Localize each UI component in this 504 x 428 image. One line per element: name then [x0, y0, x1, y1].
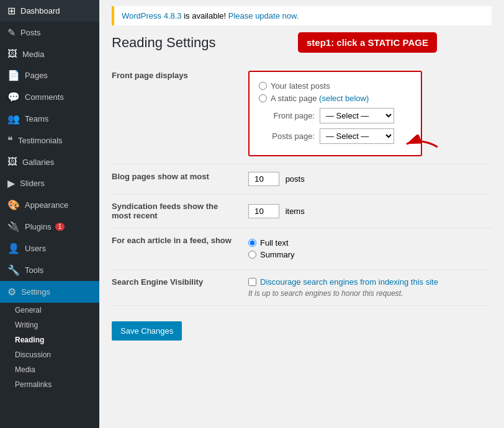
step1-callout: step1: click a STATIC PAGE: [298, 32, 437, 53]
users-icon: 👤: [7, 243, 20, 254]
syndication-input[interactable]: 10: [248, 204, 279, 218]
sidebar-item-plugins[interactable]: 🔌 Plugins 1: [0, 216, 99, 238]
sidebar-item-pages[interactable]: 📄 Pages: [0, 65, 99, 86]
reading-settings-content: Reading Settings Front page displays ste…: [99, 25, 504, 350]
update-link[interactable]: Please update now.: [228, 11, 299, 20]
media-icon: 🖼: [7, 48, 17, 60]
sidebar-item-appearance[interactable]: 🎨 Appearance: [0, 194, 99, 216]
latest-posts-radio[interactable]: [259, 82, 267, 90]
sidebar-item-testimonials[interactable]: ❝ Testimonials: [0, 130, 99, 151]
blog-pages-suffix: posts: [286, 174, 305, 184]
latest-posts-label: Your latest posts: [271, 81, 330, 91]
blog-pages-input[interactable]: 10: [248, 172, 279, 186]
search-engine-check-label: Discourage search engines from indexing …: [260, 277, 438, 287]
sidebar-subitem-permalinks[interactable]: Permalinks: [0, 377, 99, 392]
appearance-icon: 🎨: [7, 199, 20, 211]
comments-icon: 💬: [7, 91, 20, 103]
save-changes-button[interactable]: Save Changes: [112, 321, 182, 341]
sliders-icon: ▶: [7, 177, 15, 189]
blog-pages-label: Blog pages show at most: [112, 164, 248, 194]
testimonials-icon: ❝: [7, 135, 13, 146]
static-page-link[interactable]: (select below): [319, 94, 369, 103]
sidebar-item-comments[interactable]: 💬 Comments: [0, 86, 99, 108]
sidebar-item-gallaries[interactable]: 🖼 Gallaries: [0, 151, 99, 172]
feed-display-label: For each article in a feed, show: [112, 228, 248, 270]
teams-icon: 👥: [7, 113, 20, 125]
full-text-option: Full text: [248, 238, 492, 247]
main-content: WordPress 4.8.3 is available! Please upd…: [99, 0, 504, 428]
sidebar: ⊞ Dashboard ✎ Posts 🖼 Media 📄 Pages 💬 Co…: [0, 0, 99, 428]
blog-pages-cell: 10 posts: [248, 164, 492, 194]
sidebar-subitem-media[interactable]: Media: [0, 362, 99, 377]
static-page-radio[interactable]: [259, 94, 267, 102]
settings-submenu: General Writing Reading Discussion Media…: [0, 303, 99, 392]
sidebar-item-sliders[interactable]: ▶ Sliders: [0, 172, 99, 194]
posts-icon: ✎: [7, 27, 16, 38]
sidebar-item-posts[interactable]: ✎ Posts: [0, 22, 99, 43]
front-page-label: Front page displays: [112, 63, 248, 164]
search-engine-note: It is up to search engines to honor this…: [248, 289, 492, 298]
syndication-cell: 10 items ◀: [248, 194, 492, 228]
search-engine-check-link[interactable]: Discourage search engines from indexing …: [260, 277, 438, 287]
static-page-option: A static page (select below): [259, 94, 412, 103]
sidebar-item-tools[interactable]: 🔧 Tools: [0, 259, 99, 281]
settings-icon: ⚙: [7, 286, 16, 298]
posts-page-select-label: Posts page:: [259, 132, 315, 141]
dashboard-icon: ⊞: [7, 5, 16, 17]
search-engine-checkbox[interactable]: [248, 278, 256, 286]
summary-label: Summary: [260, 250, 295, 259]
posts-page-select[interactable]: — Select —: [320, 128, 394, 144]
sidebar-subitem-writing[interactable]: Writing: [0, 318, 99, 332]
search-engine-row: Search Engine Visibility Discourage sear…: [112, 270, 492, 306]
static-page-label: A static page (select below): [271, 94, 369, 103]
gallaries-icon: 🖼: [7, 156, 17, 167]
full-text-radio[interactable]: [248, 239, 256, 247]
search-engine-checkbox-row: Discourage search engines from indexing …: [248, 277, 492, 287]
blog-pages-row: Blog pages show at most 10 posts: [112, 164, 492, 194]
syndication-label: Syndication feeds show the most recent: [112, 194, 248, 228]
sidebar-subitem-reading[interactable]: Reading: [0, 332, 99, 347]
search-engine-cell: Discourage search engines from indexing …: [248, 270, 492, 306]
posts-page-select-row: Posts page: — Select —: [259, 128, 412, 144]
sidebar-item-teams[interactable]: 👥 Teams: [0, 108, 99, 130]
settings-form: Front page displays step1: click a STATI…: [112, 63, 492, 306]
sidebar-item-dashboard[interactable]: ⊞ Dashboard: [0, 0, 99, 22]
feed-display-row: For each article in a feed, show Full te…: [112, 228, 492, 270]
front-page-select-label: Front page:: [259, 111, 315, 120]
syndication-row: Syndication feeds show the most recent 1…: [112, 194, 492, 228]
sidebar-item-users[interactable]: 👤 Users: [0, 238, 99, 259]
plugins-badge: 1: [55, 223, 65, 231]
summary-option: Summary: [248, 250, 492, 259]
sidebar-item-settings[interactable]: ⚙ Settings ◀: [0, 281, 99, 303]
syndication-suffix: items: [286, 207, 305, 216]
summary-radio[interactable]: [248, 251, 256, 259]
sidebar-subitem-general[interactable]: General: [0, 303, 99, 318]
sidebar-item-media[interactable]: 🖼 Media: [0, 43, 99, 65]
update-notice: WordPress 4.8.3 is available! Please upd…: [112, 6, 492, 25]
search-engine-label: Search Engine Visibility: [112, 270, 248, 306]
front-page-select-row: Front page: — Select —: [259, 108, 412, 123]
full-text-label: Full text: [260, 238, 289, 247]
step1-arrow: [403, 135, 441, 155]
front-page-options-box: Your latest posts A static page (select …: [248, 71, 422, 156]
latest-posts-option: Your latest posts: [259, 81, 412, 91]
front-page-cell: step1: click a STATIC PAGE Your latest p…: [248, 63, 492, 164]
settings-arrow-indicator: ◀: [92, 285, 99, 299]
wordpress-version-link[interactable]: WordPress 4.8.3: [122, 11, 182, 20]
front-page-select[interactable]: — Select —: [320, 108, 394, 123]
feed-display-cell: Full text Summary: [248, 228, 492, 270]
step1-callout-container: step1: click a STATIC PAGE: [298, 32, 437, 53]
front-page-row: Front page displays step1: click a STATI…: [112, 63, 492, 164]
tools-icon: 🔧: [7, 264, 20, 276]
plugins-icon: 🔌: [7, 221, 20, 233]
sidebar-subitem-discussion[interactable]: Discussion: [0, 347, 99, 362]
pages-icon: 📄: [7, 69, 20, 81]
